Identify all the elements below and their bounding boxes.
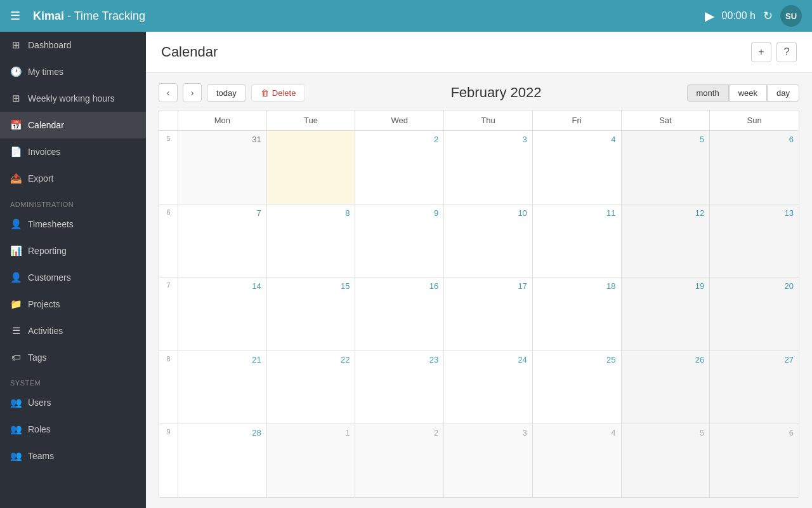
sidebar-item-weekly-working-hours[interactable]: ⊞ Weekly working hours [0,85,146,112]
sidebar-item-teams[interactable]: 👥 Teams [0,443,146,469]
day-cell[interactable]: 14 [178,277,267,351]
tags-icon: 🏷 [10,352,22,363]
header-sat: Sat [622,110,710,130]
sidebar-item-timesheets[interactable]: 👤 Timesheets [0,211,146,237]
day-cell[interactable]: 2 [355,424,444,497]
teams-icon: 👥 [10,450,22,462]
topbar-right: ▶ 00:00 h ↻ SU [705,5,802,27]
day-cell[interactable]: 31 [178,131,267,204]
calendar-header-row: Mon Tue Wed Thu Fri Sat Sun [159,110,799,131]
projects-icon: 📁 [10,298,22,310]
view-toggle: month week day [687,84,799,102]
today-button[interactable]: today [207,84,246,102]
day-cell[interactable]: 20 [710,277,799,351]
clock-icon: 🕐 [10,66,22,77]
sidebar-item-reporting[interactable]: 📊 Reporting [0,237,146,264]
day-cell[interactable]: 16 [355,277,444,351]
header-mon: Mon [178,110,267,130]
sidebar-item-export[interactable]: 📤 Export [0,165,146,192]
day-cell[interactable]: 19 [622,277,710,351]
day-cell[interactable]: 6 [710,131,799,204]
week-number: 7 [159,277,178,351]
header-wed: Wed [355,110,444,130]
day-cell[interactable]: 26 [622,351,710,424]
day-cell[interactable]: 28 [178,424,267,497]
invoice-icon: 📄 [10,146,22,157]
sidebar-item-tags[interactable]: 🏷 Tags [0,344,146,370]
day-cell[interactable]: 4 [533,131,622,204]
view-day-button[interactable]: day [767,84,799,102]
day-cell[interactable]: 24 [444,351,533,424]
grid-icon: ⊞ [10,93,22,104]
timesheets-icon: 👤 [10,218,22,230]
delete-button[interactable]: 🗑 Delete [251,84,306,102]
day-cell[interactable]: 3 [444,131,533,204]
day-cell[interactable]: 18 [533,277,622,351]
header-tue: Tue [267,110,356,130]
week-row: 5 31 2 3 4 5 6 [159,131,799,204]
calendar-icon: 📅 [10,119,22,131]
page-title: Calendar [161,44,218,60]
week-row: 6 7 8 9 10 11 12 13 [159,204,799,278]
sidebar-item-dashboard[interactable]: ⊞ Dashboard [0,32,146,58]
next-button[interactable]: › [183,83,202,102]
customers-icon: 👤 [10,272,22,283]
prev-button[interactable]: ‹ [159,83,178,102]
day-cell[interactable]: 23 [355,351,444,424]
sidebar-item-calendar[interactable]: 📅 Calendar [0,112,146,138]
week-row: 8 21 22 23 24 25 26 27 [159,351,799,425]
system-section-label: System [0,370,146,389]
trash-icon: 🗑 [261,88,269,98]
day-cell[interactable]: 9 [355,204,444,277]
calendar-grid: Mon Tue Wed Thu Fri Sat Sun 5 31 2 [159,110,799,498]
main-content: Calendar + ? ‹ › today 🗑 Delete February… [146,32,812,508]
page-header-actions: + ? [751,42,797,62]
refresh-icon[interactable]: ↻ [763,9,773,23]
avatar[interactable]: SU [780,5,802,27]
day-cell[interactable]: 8 [267,204,356,277]
day-cell[interactable]: 12 [622,204,710,277]
day-cell[interactable]: 5 [622,424,710,497]
header-fri: Fri [533,110,622,130]
activities-icon: ☰ [10,325,22,337]
day-cell[interactable]: 27 [710,351,799,424]
sidebar-item-projects[interactable]: 📁 Projects [0,291,146,318]
view-month-button[interactable]: month [687,84,729,102]
sidebar-item-roles[interactable]: 👥 Roles [0,416,146,443]
day-cell[interactable] [267,131,356,204]
day-cell[interactable]: 22 [267,351,356,424]
reporting-icon: 📊 [10,245,22,257]
day-cell[interactable]: 11 [533,204,622,277]
page-header: Calendar + ? [146,32,812,73]
header-sun: Sun [710,110,799,130]
add-entry-button[interactable]: + [751,42,771,62]
day-cell[interactable]: 4 [533,424,622,497]
sidebar-item-activities[interactable]: ☰ Activities [0,318,146,344]
sidebar-item-customers[interactable]: 👤 Customers [0,264,146,291]
sidebar-item-my-times[interactable]: 🕐 My times [0,58,146,85]
day-cell[interactable]: 17 [444,277,533,351]
day-cell[interactable]: 2 [355,131,444,204]
calendar-body: 5 31 2 3 4 5 6 6 7 8 9 [159,131,799,497]
week-num-header [159,110,178,130]
sidebar: ⊞ Dashboard 🕐 My times ⊞ Weekly working … [0,32,146,508]
day-cell[interactable]: 3 [444,424,533,497]
calendar-container: ‹ › today 🗑 Delete February 2022 month w… [146,73,812,508]
play-icon[interactable]: ▶ [705,8,714,23]
day-cell[interactable]: 13 [710,204,799,277]
day-cell[interactable]: 25 [533,351,622,424]
day-cell[interactable]: 21 [178,351,267,424]
day-cell[interactable]: 15 [267,277,356,351]
day-cell[interactable]: 1 [267,424,356,497]
app-title: Kimai - Time Tracking [33,10,697,23]
dashboard-icon: ⊞ [10,39,22,51]
sidebar-item-invoices[interactable]: 📄 Invoices [0,138,146,165]
help-button[interactable]: ? [776,42,797,62]
day-cell[interactable]: 7 [178,204,267,277]
menu-icon[interactable]: ☰ [10,9,20,23]
day-cell[interactable]: 5 [622,131,710,204]
day-cell[interactable]: 10 [444,204,533,277]
sidebar-item-users[interactable]: 👥 Users [0,389,146,416]
day-cell[interactable]: 6 [710,424,799,497]
view-week-button[interactable]: week [729,84,767,102]
